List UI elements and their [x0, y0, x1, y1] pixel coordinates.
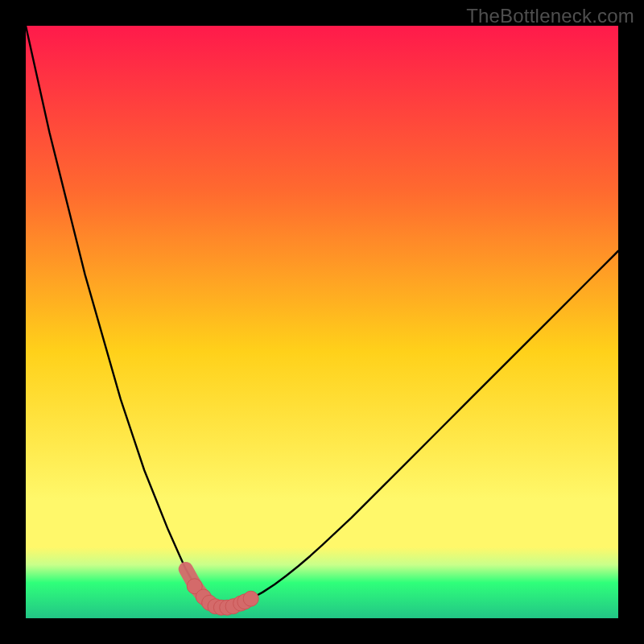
- watermark-text: TheBottleneck.com: [466, 5, 634, 27]
- marker-dot: [243, 591, 258, 606]
- chart-svg: [26, 26, 618, 618]
- plot-area: [26, 26, 618, 618]
- chart-frame: TheBottleneck.com: [0, 0, 644, 644]
- gradient-bg: [26, 26, 618, 618]
